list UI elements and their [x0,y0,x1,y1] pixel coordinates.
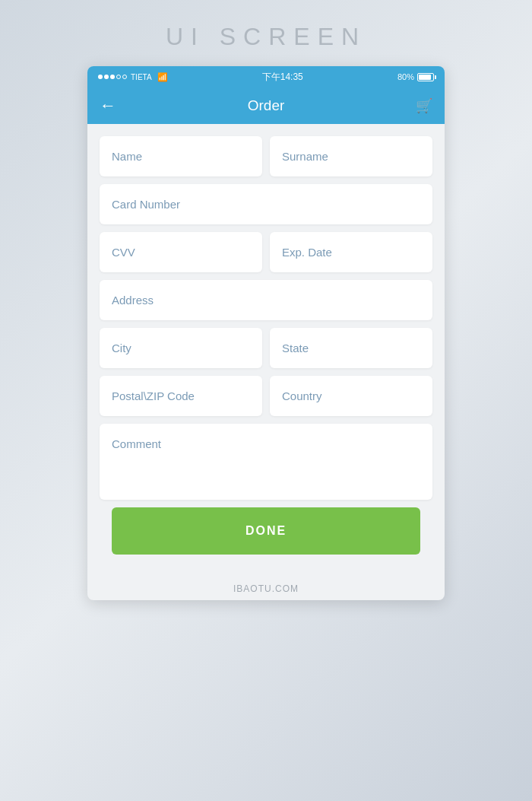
city-state-row: City State [100,328,432,368]
nav-bar: ← Order 🛒 [87,87,445,124]
signal-dot-3 [110,75,115,79]
comment-row: Comment [100,424,432,500]
nav-title: Order [248,97,285,114]
signal-dot-2 [104,75,109,79]
comment-field[interactable]: Comment [100,424,432,500]
status-right: 80% [397,72,434,81]
status-time: 下午14:35 [262,71,303,84]
country-field[interactable]: Country [270,376,432,416]
postal-field[interactable]: Postal\ZIP Code [100,376,262,416]
battery-icon [417,73,434,81]
phone-container: TIETA 📶 下午14:35 80% ← Order 🛒 Name Surna… [87,66,445,600]
carrier-name: TIETA [131,73,152,81]
status-left: TIETA 📶 [98,72,168,82]
cvv-row: CVV Exp. Date [100,232,432,272]
name-field[interactable]: Name [100,136,262,176]
address-field[interactable]: Address [100,280,432,320]
battery-percent: 80% [397,72,414,81]
back-button[interactable]: ← [100,96,116,116]
address-row: Address [100,280,432,320]
status-bar: TIETA 📶 下午14:35 80% [87,66,445,87]
wifi-icon: 📶 [157,72,168,82]
state-field[interactable]: State [270,328,432,368]
card-number-row: Card Number [100,184,432,224]
signal-dot-5 [122,75,127,79]
surname-field[interactable]: Surname [270,136,432,176]
name-row: Name Surname [100,136,432,176]
ui-screen-title: UI SCREEN [166,23,366,51]
cvv-field[interactable]: CVV [100,232,262,272]
form-area: Name Surname Card Number CVV Exp. Date A… [87,124,445,574]
exp-date-field[interactable]: Exp. Date [270,232,432,272]
postal-country-row: Postal\ZIP Code Country [100,376,432,416]
city-field[interactable]: City [100,328,262,368]
cart-icon[interactable]: 🛒 [416,97,432,114]
done-button[interactable]: DONE [112,507,420,555]
card-number-field[interactable]: Card Number [100,184,432,224]
signal-dot-1 [98,75,103,79]
bottom-label: IBAOTU.COM [87,574,445,600]
signal-dot-4 [116,75,121,79]
